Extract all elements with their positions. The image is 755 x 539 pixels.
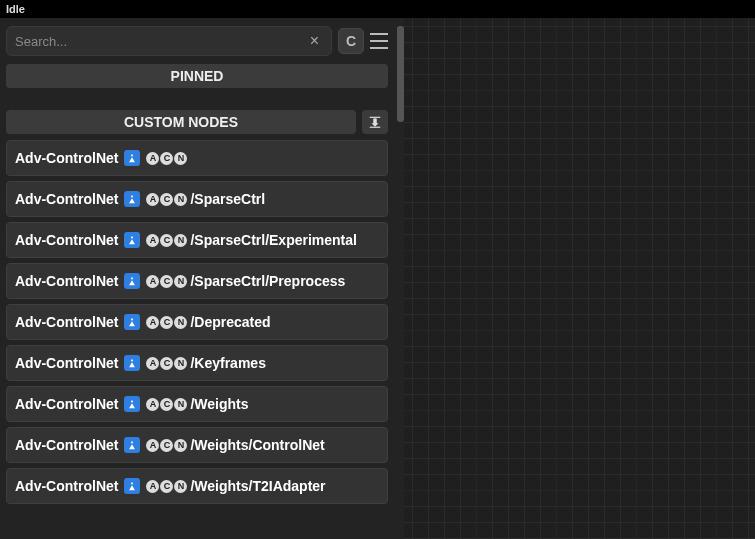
node-suffix: /Weights/ControlNet <box>190 437 324 453</box>
clear-search-button[interactable]: × <box>306 33 323 49</box>
node-badge-icon <box>124 396 140 412</box>
workspace: × C PINNED CUSTOM NODES <box>0 18 755 539</box>
node-prefix: Adv-ControlNet <box>15 314 118 330</box>
pinned-label: PINNED <box>171 68 224 84</box>
node-suffix: /Weights <box>190 396 248 412</box>
pinned-section-header[interactable]: PINNED <box>6 64 388 88</box>
custom-nodes-label: CUSTOM NODES <box>124 114 238 130</box>
node-prefix: Adv-ControlNet <box>15 150 118 166</box>
node-circle-labels: ACN <box>146 193 187 206</box>
collapse-icon <box>368 115 382 129</box>
node-item[interactable]: Adv-ControlNetACN <box>6 140 388 176</box>
node-badge-icon <box>124 355 140 371</box>
node-item[interactable]: Adv-ControlNetACN/Weights/T2IAdapter <box>6 468 388 504</box>
titlebar: Idle <box>0 0 755 18</box>
node-prefix: Adv-ControlNet <box>15 437 118 453</box>
custom-nodes-header-row: CUSTOM NODES <box>6 110 388 134</box>
node-suffix: /Weights/T2IAdapter <box>190 478 325 494</box>
node-prefix: Adv-ControlNet <box>15 396 118 412</box>
node-item[interactable]: Adv-ControlNetACN/SparseCtrl <box>6 181 388 217</box>
node-suffix: /Deprecated <box>190 314 270 330</box>
node-suffix: /SparseCtrl/Experimental <box>190 232 357 248</box>
node-circle-labels: ACN <box>146 152 187 165</box>
node-circle-labels: ACN <box>146 439 187 452</box>
node-badge-icon <box>124 273 140 289</box>
node-badge-icon <box>124 232 140 248</box>
node-suffix: /SparseCtrl/Preprocess <box>190 273 345 289</box>
status-text: Idle <box>6 3 25 15</box>
node-item[interactable]: Adv-ControlNetACN/Weights <box>6 386 388 422</box>
node-item[interactable]: Adv-ControlNetACN/Deprecated <box>6 304 388 340</box>
node-circle-labels: ACN <box>146 357 187 370</box>
custom-nodes-section-header[interactable]: CUSTOM NODES <box>6 110 356 134</box>
node-circle-labels: ACN <box>146 275 187 288</box>
search-box[interactable]: × <box>6 26 332 56</box>
node-item[interactable]: Adv-ControlNetACN/SparseCtrl/Experimenta… <box>6 222 388 258</box>
svg-rect-0 <box>370 117 381 118</box>
node-item[interactable]: Adv-ControlNetACN/Weights/ControlNet <box>6 427 388 463</box>
node-list: Adv-ControlNetACNAdv-ControlNetACN/Spars… <box>6 140 388 539</box>
node-item[interactable]: Adv-ControlNetACN/Keyframes <box>6 345 388 381</box>
svg-rect-3 <box>370 127 381 128</box>
node-badge-icon <box>124 437 140 453</box>
node-circle-labels: ACN <box>146 316 187 329</box>
node-prefix: Adv-ControlNet <box>15 478 118 494</box>
svg-marker-2 <box>372 119 379 127</box>
node-badge-icon <box>124 150 140 166</box>
menu-icon[interactable] <box>370 32 388 50</box>
node-badge-icon <box>124 191 140 207</box>
node-circle-labels: ACN <box>146 398 187 411</box>
c-filter-button[interactable]: C <box>338 28 364 54</box>
search-input[interactable] <box>15 34 306 49</box>
node-circle-labels: ACN <box>146 234 187 247</box>
node-badge-icon <box>124 314 140 330</box>
canvas[interactable] <box>404 18 755 539</box>
sidebar: × C PINNED CUSTOM NODES <box>0 18 404 539</box>
node-suffix: /Keyframes <box>190 355 266 371</box>
node-item[interactable]: Adv-ControlNetACN/SparseCtrl/Preprocess <box>6 263 388 299</box>
node-suffix: /SparseCtrl <box>190 191 265 207</box>
node-prefix: Adv-ControlNet <box>15 273 118 289</box>
node-prefix: Adv-ControlNet <box>15 232 118 248</box>
node-badge-icon <box>124 478 140 494</box>
node-circle-labels: ACN <box>146 480 187 493</box>
node-prefix: Adv-ControlNet <box>15 191 118 207</box>
node-prefix: Adv-ControlNet <box>15 355 118 371</box>
search-row: × C <box>6 26 388 56</box>
collapse-button[interactable] <box>362 110 388 134</box>
scrollbar-thumb[interactable] <box>397 26 404 122</box>
